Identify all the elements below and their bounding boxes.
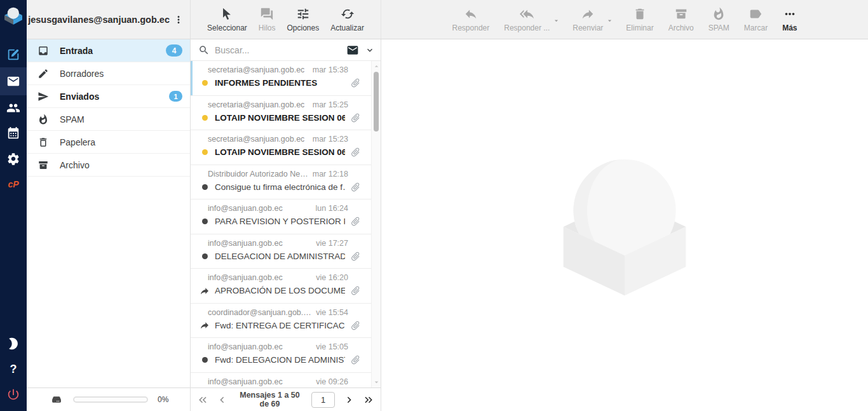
kebab-menu-icon[interactable]	[173, 14, 184, 25]
message-time: lun 16:24	[316, 204, 348, 213]
caret-down-icon[interactable]	[552, 17, 560, 25]
scroll-down-icon[interactable]	[372, 378, 381, 386]
flame-icon	[712, 7, 726, 21]
app-rail: cP ?	[0, 0, 27, 411]
folder-label: SPAM	[60, 114, 85, 125]
page-number-input[interactable]	[311, 392, 335, 408]
unread-count-badge: 4	[166, 44, 182, 57]
message-row[interactable]: secretaria@sanjuan.gob.ecmar 15:38INFORM…	[191, 61, 371, 96]
prev-page-button	[216, 394, 228, 406]
scrollbar-thumb[interactable]	[374, 72, 379, 131]
message-sender: secretaria@sanjuan.gob.ec	[208, 65, 304, 74]
message-subject: Fwd: ENTREGA DE CERTIFICACIÓ…	[215, 321, 345, 330]
gear-icon	[6, 152, 20, 166]
paperclip-icon	[350, 320, 361, 331]
message-time: mar 15:38	[313, 65, 348, 74]
folder-label: Papelera	[60, 137, 95, 147]
mail-icon	[6, 74, 20, 88]
message-time: vie 17:27	[316, 239, 348, 248]
calendar-icon	[6, 126, 20, 140]
forwarded-icon	[200, 286, 210, 296]
cpanel-icon: cP	[8, 179, 18, 189]
folder-item-spam[interactable]: SPAM	[27, 108, 190, 131]
message-subject: LOTAIP NOVIEMBRE SESION 062	[215, 113, 345, 123]
contacts-button[interactable]	[0, 95, 27, 121]
message-row[interactable]: secretaria@sanjuan.gob.ecmar 15:25LOTAIP…	[191, 96, 371, 131]
folder-label: Borradores	[60, 69, 104, 79]
quota-percent: 0%	[158, 395, 168, 404]
caret-down-icon[interactable]	[606, 17, 614, 25]
folder-item-entrada[interactable]: Entrada4	[27, 39, 190, 62]
unread-count-badge: 1	[169, 91, 182, 102]
message-row[interactable]: info@sanjuan.gob.ecvie 17:27DELEGACION D…	[191, 234, 371, 269]
toolbar-button-opciones[interactable]: Opciones	[285, 7, 320, 32]
forward-icon	[581, 7, 595, 21]
message-list-column: secretaria@sanjuan.gob.ecmar 15:38INFORM…	[191, 39, 381, 411]
last-page-button[interactable]	[362, 394, 374, 406]
account-header[interactable]: jesusgavilanes@sanjuan.gob.ec	[27, 0, 190, 39]
first-page-button	[197, 394, 209, 406]
pencil-icon	[37, 68, 49, 79]
chevron-down-icon[interactable]	[365, 45, 375, 55]
message-row[interactable]: coordinador@sanjuan.gob.…vie 15:54Fwd: E…	[191, 304, 371, 339]
toolbar-button-seleccionar[interactable]: Seleccionar	[206, 7, 248, 32]
settings-button[interactable]	[0, 146, 27, 172]
message-sender: info@sanjuan.gob.ec	[208, 204, 283, 213]
message-subject: PARA REVISION Y POSTERIOR PU…	[215, 217, 345, 226]
sliders-icon	[296, 7, 310, 21]
message-sender: Distribuidor Autorizado Ne…	[208, 170, 308, 179]
cypht-logo-icon	[3, 5, 24, 25]
paperclip-icon	[350, 285, 361, 296]
help-button[interactable]: ?	[0, 356, 27, 382]
paperclip-icon	[350, 354, 361, 365]
folder-label: Enviados	[60, 91, 99, 102]
folder-item-enviados[interactable]: Enviados1	[27, 85, 190, 108]
message-time: vie 09:26	[316, 377, 348, 386]
dark-mode-button[interactable]	[0, 331, 27, 356]
message-row[interactable]: secretaria@sanjuan.gob.ecmar 15:23LOTAIP…	[191, 130, 371, 165]
search-input[interactable]	[215, 45, 341, 55]
message-row[interactable]: info@sanjuan.gob.eclun 16:24PARA REVISIO…	[191, 199, 371, 234]
scrollbar[interactable]	[371, 61, 381, 387]
mail-button[interactable]	[0, 67, 27, 95]
toolbar-button-label: Responder	[452, 24, 490, 32]
unread-dot	[202, 80, 208, 86]
quota-bar: 0%	[27, 387, 190, 411]
mail-source-icon[interactable]	[346, 44, 360, 57]
folder-item-archivo[interactable]: Archivo	[27, 154, 190, 177]
message-sender: info@sanjuan.gob.ec	[208, 273, 283, 282]
account-email: jesusgavilanes@sanjuan.gob.ec	[28, 15, 170, 25]
scroll-up-icon[interactable]	[372, 62, 381, 71]
toolbar-button-label: Más	[782, 24, 797, 32]
folder-item-papelera[interactable]: Papelera	[27, 131, 190, 154]
paperclip-icon	[350, 251, 361, 262]
message-subject: LOTAIP NOVIEMBRE SESION 061	[215, 147, 345, 157]
message-row[interactable]: info@sanjuan.gob.ecvie 15:05Fwd: DELEGAC…	[191, 338, 371, 373]
message-row[interactable]: Distribuidor Autorizado Ne…mar 12:18Cons…	[191, 165, 371, 200]
flame-icon	[37, 114, 49, 125]
toolbar-button-label: Actualizar	[330, 24, 364, 32]
message-row[interactable]: info@sanjuan.gob.ecvie 09:26	[191, 373, 371, 388]
next-page-button[interactable]	[343, 394, 355, 406]
folder-list: Entrada4BorradoresEnviados1SPAMPapeleraA…	[27, 39, 190, 177]
read-dot	[202, 219, 208, 224]
app-logo[interactable]	[0, 1, 27, 29]
toolbar-list-group: SeleccionarHilosOpcionesActualizar	[191, 0, 381, 39]
forwarded-icon	[200, 320, 210, 330]
app-watermark-logo	[550, 151, 700, 300]
folder-item-borradores[interactable]: Borradores	[27, 62, 190, 85]
logout-button[interactable]	[0, 382, 27, 407]
toolbar-button-más[interactable]: Más	[781, 7, 798, 32]
toolbar-button-label: Seleccionar	[207, 24, 247, 32]
contacts-icon	[6, 101, 20, 115]
cpanel-button[interactable]: cP	[0, 172, 27, 197]
calendar-button[interactable]	[0, 121, 27, 146]
folder-sidebar: jesusgavilanes@sanjuan.gob.ec Entrada4Bo…	[27, 0, 191, 411]
search-icon	[198, 44, 210, 56]
message-row[interactable]: info@sanjuan.gob.ecvie 16:20APROBACIÓN D…	[191, 269, 371, 304]
message-subject: DELEGACION DE ADMINISTRADO…	[215, 252, 345, 261]
compose-button[interactable]	[0, 42, 27, 67]
message-sender: info@sanjuan.gob.ec	[208, 342, 283, 351]
read-dot	[202, 357, 208, 363]
toolbar-button-actualizar[interactable]: Actualizar	[329, 7, 365, 32]
